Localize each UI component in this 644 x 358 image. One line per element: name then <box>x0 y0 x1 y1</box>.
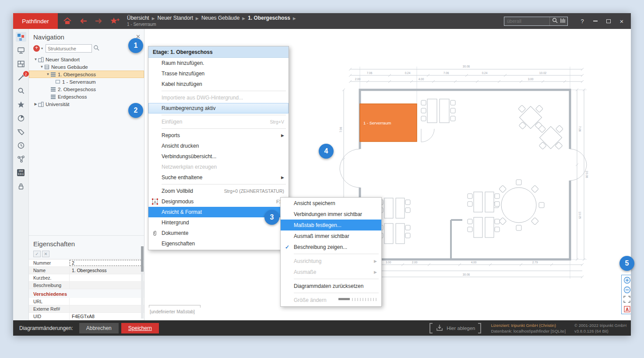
design-mode-button[interactable]: A <box>622 304 631 314</box>
menu-item[interactable]: Raum hinzufügen. <box>148 58 289 68</box>
property-label: Kurzbez. <box>29 275 69 280</box>
app-menu-button[interactable]: Pathfinder <box>13 13 58 29</box>
zoom-out-button[interactable] <box>622 285 631 294</box>
tree-item-site[interactable]: ▶ Universität <box>29 100 144 108</box>
favorites-icon[interactable] <box>16 100 26 110</box>
zoom-fit-button[interactable] <box>622 294 631 304</box>
zoom-in-button[interactable] <box>622 275 631 285</box>
property-value[interactable] <box>69 305 144 312</box>
home-icon[interactable] <box>61 15 74 27</box>
menu-item[interactable]: Suche enthaltene▶ <box>148 172 289 183</box>
maximize-icon <box>606 19 611 23</box>
room-label: 1 - Serverraum <box>363 121 391 125</box>
search-icon[interactable] <box>552 17 558 25</box>
topology-icon[interactable] <box>16 154 26 164</box>
drop-zone[interactable]: Hier ablegen <box>429 323 481 333</box>
property-value[interactable] <box>69 282 144 289</box>
tree-item-label: Neues Gebäude <box>51 64 88 70</box>
property-value[interactable]: 2 <box>69 259 144 266</box>
breadcrumb: Übersicht▶Neuer Standort▶Neues Gebäude▶1… <box>127 15 299 28</box>
breadcrumb-segment[interactable]: Übersicht <box>127 15 149 21</box>
properties-grid: Nummer 2 Name 1. Obergeschoss Kurzbez. B… <box>29 259 144 320</box>
tree-item-floor[interactable]: Erdgeschoss <box>29 93 144 100</box>
menu-item[interactable]: Diagrammdaten zurücksetzen <box>281 280 381 291</box>
submenu-arrow-icon: ▶ <box>281 175 284 180</box>
close-button[interactable]: × <box>615 15 628 27</box>
menu-item[interactable]: Trasse hinzufügen <box>148 68 289 79</box>
help-button[interactable]: ? <box>576 15 589 27</box>
minimize-button[interactable] <box>589 15 602 27</box>
menu-item[interactable]: Ausmaß immer sichtbar <box>281 230 381 241</box>
search-options-icon[interactable] <box>560 17 565 25</box>
cancel-changes-button[interactable]: Abbrechen <box>79 323 119 333</box>
scrollbar-thumb[interactable] <box>141 246 144 272</box>
tree-item-room[interactable]: 1 - Serverraum <box>29 78 144 85</box>
tree-item-building[interactable]: ▼ Neues Gebäude <box>29 63 144 71</box>
favorite-add-icon[interactable] <box>109 15 121 27</box>
menu-item[interactable]: Ansicht speichern <box>281 198 381 209</box>
structure-search-input[interactable] <box>46 44 92 53</box>
property-value[interactable]: 1. Obergeschoss <box>69 267 144 274</box>
building-icon <box>44 64 49 70</box>
forward-icon[interactable] <box>93 15 105 27</box>
property-value[interactable] <box>69 298 144 305</box>
properties-scrollbar[interactable] <box>141 246 144 319</box>
ip-address-icon[interactable]: 1920.0.1 <box>16 168 26 177</box>
menu-separator <box>294 254 379 254</box>
dimension-label: 0.24 <box>405 71 411 74</box>
tree-item-site[interactable]: ▼ Neuer Standort <box>29 56 144 63</box>
menu-item[interactable]: Verbindungsübersicht... <box>148 151 289 162</box>
drop-here-icon <box>436 324 443 332</box>
size-slider[interactable] <box>338 297 377 303</box>
menu-item[interactable]: Verbindungen immer sichtbar <box>281 209 381 220</box>
dimension-label: 20.06 <box>585 171 588 178</box>
breadcrumb-segment-current[interactable]: 1. Obergeschoss <box>248 15 290 21</box>
menu-item: Ausmaße▶ <box>281 266 381 277</box>
expander-icon[interactable]: ▼ <box>39 65 44 69</box>
maximize-button[interactable] <box>602 15 615 27</box>
tree-item-floor-selected[interactable]: ▼ 1. Obergeschoss <box>29 71 144 78</box>
floorplan-icon[interactable] <box>16 59 26 69</box>
menu-item-highlighted[interactable]: Raumbegrenzung aktiv <box>148 103 289 113</box>
menu-item[interactable]: Eigenschaften <box>148 238 289 249</box>
tree-item-floor[interactable]: 2. Obergeschoss <box>29 85 144 93</box>
menu-item-selected[interactable]: Maßstab festlegen... <box>281 220 381 230</box>
tags-icon[interactable] <box>16 127 26 137</box>
menu-item[interactable]: A DesignmodusF12 <box>148 196 289 207</box>
reports-icon[interactable] <box>16 113 26 123</box>
menu-item[interactable]: Dokumente <box>148 228 289 238</box>
add-node-caret-icon[interactable]: ▾ <box>41 46 43 50</box>
menu-item[interactable]: Zoom VollbildStrg+0 (ZEHNERTASTATUR) <box>148 186 289 196</box>
save-changes-button[interactable]: Speichern <box>121 323 159 333</box>
breadcrumb-sub-item[interactable]: 1 - Serverraum <box>127 21 299 27</box>
global-search-input[interactable] <box>504 18 549 24</box>
search-panel-icon[interactable] <box>16 86 26 96</box>
breadcrumb-segment[interactable]: Neuer Standort <box>158 15 193 21</box>
history-icon[interactable] <box>16 141 26 150</box>
drop-zone-label: Hier ablegen <box>447 326 475 331</box>
devices-icon[interactable] <box>16 46 26 55</box>
breadcrumb-segment[interactable]: Neues Gebäude <box>201 15 239 21</box>
structure-search-icon[interactable] <box>93 45 99 53</box>
room-serverraum[interactable]: 1 - Serverraum <box>360 104 417 142</box>
expander-icon[interactable]: ▼ <box>46 72 50 76</box>
edit-icon[interactable]: 2 <box>16 73 26 82</box>
lock-icon[interactable] <box>16 181 26 191</box>
menu-item[interactable]: Ansicht drucken <box>148 141 289 151</box>
back-icon[interactable] <box>77 15 89 27</box>
menu-item[interactable]: Reports▶ <box>148 130 289 141</box>
property-value[interactable] <box>69 274 144 281</box>
expander-icon[interactable]: ▼ <box>33 57 38 61</box>
menu-item[interactable]: Kabel hinzufügen <box>148 79 289 89</box>
discard-button[interactable]: ✕ <box>42 251 49 257</box>
license-line: Lizenziert: tripunkt GmbH (Christin) <box>491 323 566 328</box>
menu-item[interactable]: ✓Beschreibung zeigen... <box>281 241 381 252</box>
search-icons <box>549 17 567 25</box>
dimension-label: 0.24 <box>482 71 488 74</box>
expander-icon[interactable]: ▶ <box>33 102 38 106</box>
property-value[interactable]: F4EGTxA8 <box>69 313 144 320</box>
add-node-button[interactable]: + <box>33 45 40 52</box>
apply-button[interactable]: ✓ <box>33 251 41 257</box>
navigation-panel-icon[interactable] <box>16 32 26 42</box>
navigation-tree: ▼ Neuer Standort ▼ Neues Gebäude ▼ 1. Ob… <box>29 56 144 108</box>
